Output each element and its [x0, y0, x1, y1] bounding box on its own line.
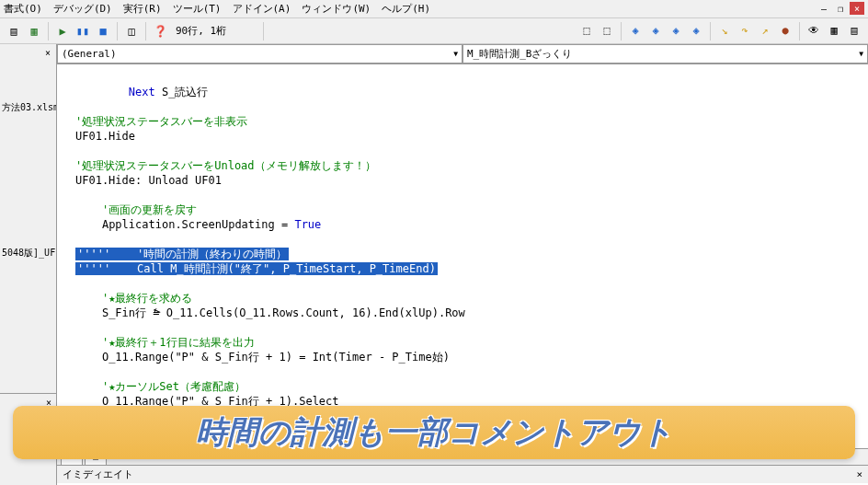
- step-into-icon[interactable]: ↘: [716, 22, 733, 39]
- code-comment: '画面の更新を戻す: [102, 203, 197, 216]
- menu-run[interactable]: 実行(R): [123, 2, 162, 16]
- caret-position: 90行, 1桁: [176, 24, 226, 38]
- toolbar: ▤ ▦ ▶ ▮▮ ■ ◫ ❓ 90行, 1桁 ⬚ ⬚ ◈ ◈ ◈ ◈ ↘ ↷ ↗…: [0, 18, 868, 44]
- code-comment: '処理状況ステータスバーを非表示: [75, 115, 247, 128]
- code-keyword: True: [294, 218, 321, 231]
- project-item[interactable]: 方法03.xlsm: [2, 99, 54, 116]
- indent-icon[interactable]: ⬚: [578, 22, 595, 39]
- code-text: UF01.Hide: [75, 130, 135, 143]
- chevron-down-icon: ▼: [453, 50, 458, 58]
- menu-help[interactable]: ヘルプ(H): [382, 2, 430, 16]
- watch-icon[interactable]: 👁: [805, 22, 822, 39]
- excel-icon[interactable]: ▦: [26, 23, 42, 40]
- code-text: O_11.Range("P" & S_Fin行 + 1) = Int(Timer…: [102, 351, 450, 364]
- menu-debug[interactable]: デバッグ(D): [53, 2, 112, 16]
- menu-addins[interactable]: アドイン(A): [233, 2, 291, 16]
- code-selection: ''''' '時間の計測（終わりの時間）: [75, 248, 289, 260]
- prev-bookmark-icon[interactable]: ◈: [668, 22, 684, 39]
- bookmark-icon[interactable]: ◈: [627, 22, 644, 39]
- help-icon[interactable]: ❓: [152, 23, 168, 40]
- code-keyword: Next: [129, 86, 155, 98]
- project-tree[interactable]: 方法03.xlsm 5048版]_UF: [0, 44, 56, 265]
- pane-close-icon[interactable]: ×: [856, 468, 862, 480]
- code-comment: '★最終行＋1行目に結果を出力: [102, 336, 255, 349]
- step-over-icon[interactable]: ↷: [737, 22, 753, 39]
- code-text: Application.ScreenUpdating =: [102, 218, 295, 231]
- menu-tools[interactable]: ツール(T): [173, 2, 222, 16]
- toolbar-right: ⬚ ⬚ ◈ ◈ ◈ ◈ ↘ ↷ ↗ ● 👁 ▦ ▤: [577, 22, 864, 40]
- object-combo[interactable]: (General) ▼: [57, 44, 463, 64]
- restore-button[interactable]: ❐: [833, 2, 848, 15]
- toolbar-separator: [799, 22, 800, 40]
- design-icon[interactable]: ◫: [123, 23, 140, 40]
- code-text: S_読込行: [155, 86, 209, 98]
- run-icon[interactable]: ▶: [54, 23, 71, 40]
- chevron-down-icon: ▼: [859, 50, 863, 58]
- procedure-combo[interactable]: M_時間計測_Bざっくり ▼: [463, 44, 868, 64]
- breakpoint-icon[interactable]: ●: [777, 22, 794, 39]
- locals-icon[interactable]: ▦: [826, 22, 842, 39]
- project-item[interactable]: 5048版]_UF: [2, 245, 54, 261]
- toolbar-separator: [263, 22, 264, 40]
- immediate-icon[interactable]: ▤: [846, 22, 862, 39]
- pause-icon[interactable]: ▮▮: [74, 23, 91, 40]
- window-controls: – ❐ ×: [817, 2, 864, 15]
- clear-bookmark-icon[interactable]: ◈: [688, 22, 704, 39]
- menu-bar: 書式(O) デバッグ(D) 実行(R) ツール(T) アドイン(A) ウィンドウ…: [0, 0, 868, 18]
- immediate-title: イミディエイト: [63, 468, 133, 481]
- code-text: UF01.Hide: Unload UF01: [75, 174, 222, 187]
- view-icon[interactable]: ▤: [6, 23, 22, 40]
- outdent-icon[interactable]: ⬚: [599, 22, 615, 39]
- menu-window[interactable]: ウィンドウ(W): [302, 2, 371, 16]
- combo-row: (General) ▼ M_時間計測_Bざっくり ▼: [57, 44, 868, 64]
- caption-text: 時間の計測も一部コメントアウト: [196, 411, 673, 454]
- caption-banner: 時間の計測も一部コメントアウト: [13, 406, 855, 459]
- next-bookmark-icon[interactable]: ◈: [647, 22, 664, 39]
- toolbar-separator: [710, 22, 711, 40]
- toolbar-separator: [621, 22, 622, 40]
- minimize-button[interactable]: –: [817, 2, 831, 15]
- code-comment: '処理状況ステータスバーをUnload（メモリ解放します！）: [75, 159, 376, 172]
- code-selection: ''''' Call M_時間計測("終了", P_TimeStart, P_T…: [75, 262, 438, 275]
- step-out-icon[interactable]: ↗: [757, 22, 773, 39]
- stop-icon[interactable]: ■: [95, 23, 111, 40]
- immediate-header: イミディエイト ×: [57, 465, 868, 483]
- close-button[interactable]: ×: [850, 2, 864, 15]
- toolbar-separator: [48, 22, 49, 40]
- code-comment: '★カーソルSet（考慮配慮）: [102, 380, 246, 393]
- pane-close-icon[interactable]: ×: [41, 46, 54, 59]
- object-combo-value: (General): [62, 48, 117, 60]
- code-editor[interactable]: Next S_読込行 '処理状況ステータスバーを非表示 UF01.Hide '処…: [57, 64, 868, 448]
- toolbar-separator: [117, 22, 118, 40]
- procedure-combo-value: M_時間計測_Bざっくり: [467, 47, 573, 61]
- toolbar-separator: [145, 22, 146, 40]
- code-comment: '★最終行を求める: [102, 292, 192, 305]
- menu-format[interactable]: 書式(O): [4, 2, 42, 16]
